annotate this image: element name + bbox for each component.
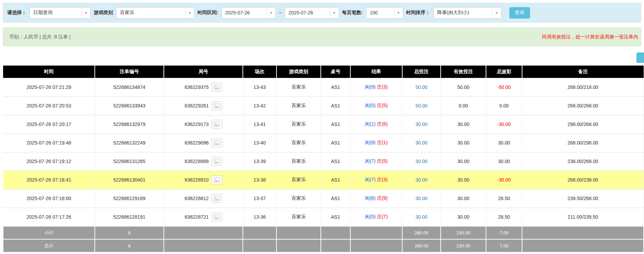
replay-video-icon[interactable]	[211, 212, 222, 221]
currency-total-text: 币别：人民币 | 总共 :8 注单 |	[9, 34, 70, 40]
table-row: 2025-07-26 07:17:26 522686128191 6362287…	[3, 208, 644, 226]
cell-payout: 30.00	[486, 134, 522, 152]
cell-table-no: AS1	[321, 96, 350, 115]
table-row: 2025-07-26 07:19:48 522686132249 6362290…	[3, 134, 644, 152]
cell-session: 13-43	[243, 78, 276, 96]
cell-payout: -30.00	[486, 115, 522, 134]
cell-payout: 28.50	[486, 208, 522, 226]
table-row: 2025-07-26 07:19:12 522686131285 6362289…	[3, 152, 644, 171]
result-banker: 庄(3)	[377, 177, 387, 182]
time-sort-select[interactable]: 降幂(由大到小) ▾	[433, 7, 501, 19]
result-banker: 庄(3)	[377, 84, 387, 90]
cell-round: 636229261	[164, 96, 243, 115]
cell-time: 2025-07-26 07:19:12	[3, 152, 95, 171]
search-button[interactable]: 查询	[509, 7, 530, 19]
game-type-value[interactable]: 百家乐	[116, 8, 185, 18]
replay-video-icon[interactable]	[211, 157, 222, 166]
subtotal-count: 8	[95, 226, 164, 239]
cell-total-bet[interactable]: 30.00	[402, 208, 441, 226]
chevron-down-icon[interactable]: ▾	[267, 8, 275, 18]
cell-note: 298.00/268.00	[522, 115, 644, 134]
replay-video-icon[interactable]	[211, 101, 222, 110]
cell-session: 13-42	[243, 96, 276, 115]
round-number: 636228721	[184, 214, 208, 220]
replay-video-icon[interactable]	[211, 138, 222, 147]
cell-valid-bet: 30.00	[441, 208, 486, 226]
result-banker: 庄(6)	[377, 121, 387, 127]
table-row: 2025-07-26 07:20:53 522686133943 6362292…	[3, 96, 644, 115]
query-type-value[interactable]: 日期查询	[30, 8, 81, 18]
replay-video-icon[interactable]	[211, 120, 222, 129]
cell-total-bet[interactable]: 30.00	[402, 134, 441, 152]
cell-session: 13-40	[243, 134, 276, 152]
page-size-value[interactable]: 100	[366, 8, 394, 18]
chevron-down-icon[interactable]: ▾	[394, 8, 403, 18]
partial-edge-button[interactable]	[636, 53, 644, 63]
footer-empty-cell	[164, 226, 243, 239]
cell-table-no: AS1	[321, 208, 350, 226]
table-row: 2025-07-26 07:20:17 522686132979 6362291…	[3, 115, 644, 134]
cell-total-bet[interactable]: 30.00	[402, 152, 441, 171]
cell-round: 636229173	[164, 115, 243, 134]
cell-total-bet[interactable]: 30.00	[402, 189, 441, 208]
header-result: 结果	[350, 66, 402, 78]
date-to-input[interactable]: 2025-07-26 ▾	[285, 7, 339, 19]
date-from-value[interactable]: 2025-07-26	[222, 8, 267, 18]
cell-time: 2025-07-26 07:21:29	[3, 78, 95, 96]
replay-video-icon[interactable]	[211, 194, 222, 203]
game-type-label: 游戏类别	[94, 10, 113, 16]
header-bet-id: 注单编号	[95, 66, 164, 78]
subtotal-row: 小计 8 280.00 230.00 7.00	[3, 226, 644, 239]
total-total-bet: 280.00	[402, 239, 441, 252]
table-row: 2025-07-26 07:21:29 522686134874 6362293…	[3, 78, 644, 96]
cell-total-bet[interactable]: 30.00	[402, 115, 441, 134]
result-player: 闲(9)	[365, 140, 375, 145]
footer-empty-cell	[243, 239, 276, 252]
chevron-down-icon[interactable]: ▾	[492, 8, 501, 18]
header-session: 场次	[243, 66, 276, 78]
cell-game-type: 百家乐	[276, 134, 321, 152]
result-player: 闲(5)	[365, 214, 375, 219]
cell-valid-bet: 30.00	[441, 171, 486, 189]
header-total-bet: 总投注	[402, 66, 441, 78]
round-number: 636228812	[184, 196, 208, 201]
table-footer: 小计 8 280.00 230.00 7.00 总计 8 280.00 230.…	[3, 226, 644, 252]
game-type-select[interactable]: 百家乐 ▾	[116, 7, 194, 19]
cell-bet-id: 522686132979	[95, 115, 164, 134]
cell-round: 636228812	[164, 189, 243, 208]
cell-result: 闲(5) 庄(7)	[350, 208, 402, 226]
time-sort-value[interactable]: 降幂(由大到小)	[434, 8, 492, 18]
cell-note: 268.00/268.00	[522, 96, 644, 115]
date-to-value[interactable]: 2025-07-26	[285, 8, 330, 18]
footer-empty-cell	[321, 226, 350, 239]
replay-video-icon[interactable]	[211, 83, 222, 92]
replay-video-icon[interactable]	[211, 175, 222, 184]
cell-result: 闲(7) 庄(3)	[350, 171, 402, 189]
chevron-down-icon[interactable]: ▾	[185, 8, 194, 18]
round-number: 636228999	[184, 159, 208, 164]
cell-time: 2025-07-26 07:20:17	[3, 115, 95, 134]
date-range-separator: ~	[279, 10, 282, 15]
time-sort-label: 时间排序：	[406, 10, 430, 16]
chevron-down-icon[interactable]: ▾	[81, 8, 90, 18]
result-player: 闲(1)	[365, 121, 375, 127]
query-type-select[interactable]: 日期查询 ▾	[30, 7, 91, 19]
cell-total-bet[interactable]: 50.00	[402, 96, 441, 115]
cell-game-type: 百家乐	[276, 208, 321, 226]
cell-round: 636228910	[164, 171, 243, 189]
result-player: 闲(5)	[365, 103, 375, 108]
cell-game-type: 百家乐	[276, 78, 321, 96]
cell-game-type: 百家乐	[276, 189, 321, 208]
round-number: 636229096	[184, 140, 208, 146]
result-banker: 庄(7)	[377, 214, 387, 219]
subtotal-payout: 7.00	[486, 226, 522, 239]
cell-time: 2025-07-26 07:18:00	[3, 189, 95, 208]
cell-total-bet[interactable]: 30.00	[402, 171, 441, 189]
cell-result: 闲(7) 庄(5)	[350, 152, 402, 171]
date-from-input[interactable]: 2025-07-26 ▾	[222, 7, 276, 19]
chevron-down-icon[interactable]: ▾	[330, 8, 339, 18]
table-row: 2025-07-26 07:18:00 522686129189 6362288…	[3, 189, 644, 208]
cell-total-bet[interactable]: 50.00	[402, 78, 441, 96]
summary-bar: 币别：人民币 | 总共 :8 注单 | 同局有效投注，统一计算在该局第一张注单内	[3, 27, 641, 46]
page-size-select[interactable]: 100 ▾	[366, 7, 403, 19]
